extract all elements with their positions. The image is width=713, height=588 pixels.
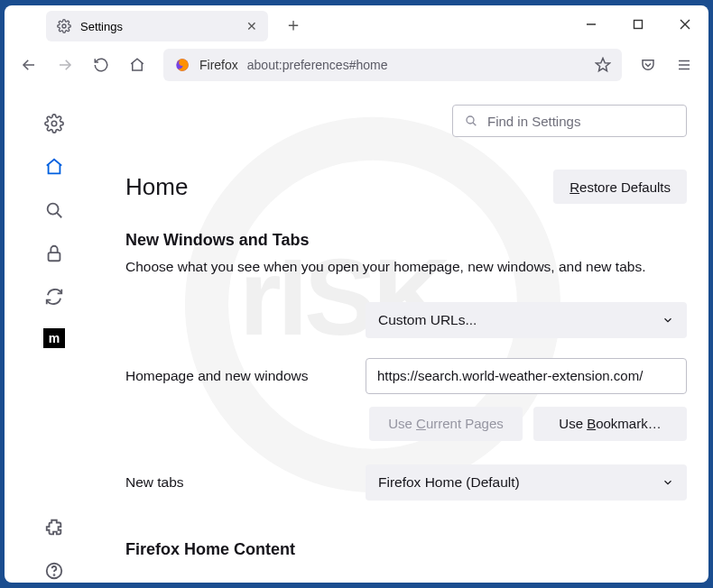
homepage-url-input[interactable] [366, 358, 687, 394]
search-placeholder: Find in Settings [487, 114, 580, 129]
sidebar-help-icon[interactable] [42, 559, 66, 583]
sidebar-more-icon[interactable]: m [43, 328, 65, 348]
new-tab-button[interactable]: ＋ [284, 13, 302, 37]
sidebar-general-icon[interactable] [42, 112, 66, 135]
homepage-select[interactable]: Custom URLs... [366, 302, 687, 338]
sidebar-sync-icon[interactable] [42, 285, 66, 308]
identity-label: Firefox [199, 58, 238, 72]
close-tab-icon[interactable]: ✕ [246, 19, 257, 33]
back-button[interactable] [14, 50, 44, 80]
svg-point-17 [54, 574, 55, 575]
sidebar-privacy-icon[interactable] [42, 242, 66, 265]
homepage-label: Homepage and new windows [125, 368, 349, 384]
select-value: Firefox Home (Default) [378, 474, 520, 491]
find-in-settings-input[interactable]: Find in Settings [452, 105, 687, 137]
svg-line-14 [57, 213, 61, 217]
forward-button[interactable] [50, 50, 80, 80]
home-button[interactable] [122, 50, 153, 80]
svg-point-12 [51, 121, 57, 126]
sidebar-search-icon[interactable] [42, 198, 66, 222]
close-window-button[interactable] [662, 5, 708, 43]
select-value: Custom URLs... [378, 312, 477, 328]
maximize-button[interactable] [615, 5, 662, 43]
search-icon [464, 114, 478, 128]
toolbar: Firefox about:preferences#home [5, 43, 708, 87]
svg-point-13 [48, 204, 59, 215]
bookmark-star-icon[interactable] [595, 57, 611, 73]
sidebar-home-icon[interactable] [42, 155, 66, 179]
chevron-down-icon [662, 476, 674, 489]
settings-main: Find in Settings Home Restore Defaults N… [104, 87, 708, 583]
svg-rect-2 [634, 21, 643, 29]
newtabs-select[interactable]: Firefox Home (Default) [366, 464, 687, 501]
url-text: about:preferences#home [247, 58, 388, 72]
use-bookmark-button[interactable]: Use Bookmark… [533, 407, 687, 441]
restore-defaults-button[interactable]: Restore Defaults [553, 170, 687, 204]
settings-sidebar: m [5, 87, 104, 583]
menu-button[interactable] [669, 50, 699, 80]
firefox-icon [174, 57, 190, 73]
chevron-down-icon [662, 314, 674, 326]
section-heading-home-content: Firefox Home Content [125, 540, 687, 559]
svg-line-19 [473, 123, 476, 125]
url-bar[interactable]: Firefox about:preferences#home [163, 49, 622, 81]
svg-point-18 [467, 116, 474, 124]
section-heading-windows-tabs: New Windows and Tabs [125, 231, 687, 250]
use-current-pages-button[interactable]: Use Current Pages [369, 407, 523, 441]
page-title: Home [125, 173, 188, 201]
newtabs-label: New tabs [125, 474, 349, 491]
pocket-button[interactable] [633, 50, 663, 80]
sidebar-extensions-icon[interactable] [42, 516, 66, 539]
svg-marker-8 [597, 59, 610, 71]
titlebar: Settings ✕ ＋ [5, 5, 708, 43]
browser-tab[interactable]: Settings ✕ [46, 11, 268, 41]
gear-icon [57, 19, 71, 33]
svg-rect-15 [49, 253, 60, 261]
section-description: Choose what you see when you open your h… [125, 257, 687, 277]
reload-button[interactable] [86, 50, 116, 80]
tab-title: Settings [80, 20, 123, 33]
svg-point-0 [62, 24, 66, 28]
minimize-button[interactable] [568, 5, 615, 43]
